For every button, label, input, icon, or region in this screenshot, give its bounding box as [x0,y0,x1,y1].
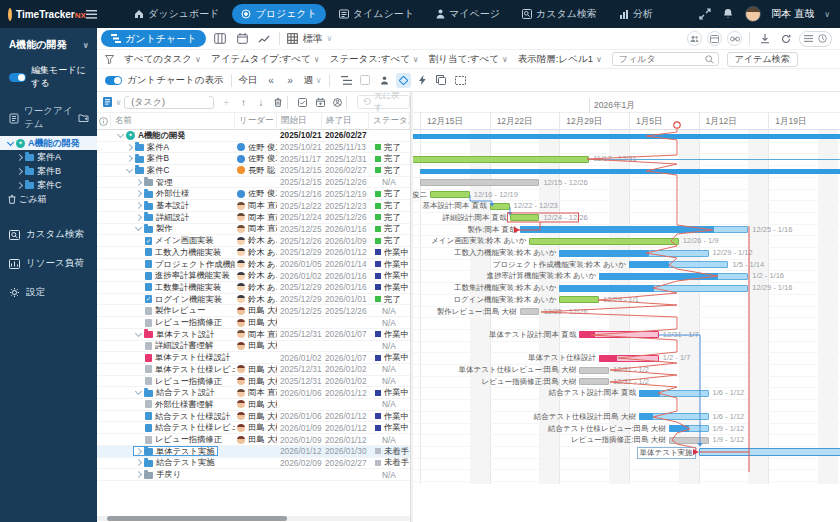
frame-icon[interactable] [453,73,468,88]
expander-icon[interactable] [126,166,133,173]
row-name-cell[interactable]: 進捗率計算機能実装 [111,270,235,281]
expander-icon[interactable] [7,138,14,145]
row-name-cell[interactable]: レビュー指摘修正 [111,434,235,445]
table-row[interactable]: 結合テスト仕様設計田島 大樹2026/01/062026/01/12作業中 [97,411,410,423]
list-history-toggle[interactable] [799,31,832,47]
edit-mode-toggle[interactable]: 編集モードにする [0,58,97,96]
row-name-cell[interactable]: 工数集計機能実装 [111,282,235,293]
gantt-bar[interactable] [520,308,540,315]
table-row[interactable]: 外部仕様書理解田島 大樹N/A [97,399,410,411]
row-name-cell[interactable]: 案件C [111,165,235,176]
table-row[interactable]: 結合テスト仕様レビュー田島 大樹2026/01/092026/01/12作業中 [97,423,410,435]
row-name-cell[interactable]: 管理 [111,177,235,188]
table-row[interactable]: ✓メイン画面実装鈴木 あ…2025/12/262026/01/09完了 [97,235,410,247]
table-row[interactable]: レビュー指摘修正田島 大樹2026/01/092026/01/12N/A [97,434,410,446]
item-search-button[interactable]: アイテム検索 [727,52,798,67]
refresh-icon[interactable] [778,31,794,47]
row-name-cell[interactable]: 詳細設計書理解 [111,341,235,352]
nav-item-0[interactable]: ダッシュボード [125,4,228,24]
gantt-bar[interactable] [510,214,540,221]
row-name-cell[interactable]: 案件A [111,142,235,153]
filter-dropdown-3[interactable]: 割り当て:すべて∨ [429,53,508,66]
table-row[interactable]: 管理2025/12/152025/12/26N/A [97,177,410,189]
chart-view-icon[interactable] [256,31,272,47]
time-unit-select[interactable]: 週 ∨ [304,74,322,87]
expander-icon[interactable] [135,471,142,478]
table-row[interactable]: 単体テスト実施2026/01/122026/01/30未着手 [97,446,410,458]
sidebar-item-A機能の開発[interactable]: ✦A機能の開発 [0,136,97,150]
row-name-cell[interactable]: 基本設計 [111,200,235,211]
row-name-cell[interactable]: 詳細設計 [111,212,235,223]
complete-check-icon[interactable] [297,96,308,109]
new-task-input[interactable] [129,96,209,108]
table-row[interactable]: 結合テスト設計岡本 直哉2026/01/062026/01/12作業中 [97,387,410,399]
nav-item-4[interactable]: カスタム検索 [513,4,606,24]
new-item-chevron-icon[interactable]: ∨ [115,98,121,107]
table-row[interactable]: 単体テスト仕様レビュー田島 大樹2025/12/312026/01/02N/A [97,364,410,376]
row-name-cell[interactable]: 外部仕様書理解 [111,399,235,410]
expander-icon[interactable] [135,459,142,466]
filter-dropdown-4[interactable]: 表示階層:レベル1∨ [518,53,602,66]
calendar-view-icon[interactable] [234,31,250,47]
expander-icon[interactable] [117,131,124,138]
gantt-bar[interactable] [490,203,510,210]
gantt-bar[interactable] [559,296,599,303]
row-name-cell[interactable]: 外部仕様 [111,189,235,200]
expander-icon[interactable] [135,224,142,231]
schedule-icon[interactable] [314,96,325,109]
column-header-リーダー[interactable]: リーダー [235,113,277,129]
gantt-bar[interactable] [529,238,678,245]
assign-user-icon[interactable] [332,96,343,109]
card-icon[interactable] [707,31,722,46]
expander-icon[interactable] [16,153,23,160]
nav-item-3[interactable]: マイページ [427,4,509,24]
row-name-cell[interactable]: レビュー指摘修正 [111,376,235,387]
sidebar-item-案件C[interactable]: 案件C [0,178,97,192]
gantt-bar[interactable] [579,378,609,385]
row-name-cell[interactable]: 製作 [111,224,235,235]
show-gantt-toggle[interactable] [105,76,122,85]
table-row[interactable]: 製作レビュー田島 大樹2025/12/252025/12/26N/A [97,306,410,318]
nav-item-1[interactable]: プロジェクト [232,4,325,24]
filter-input[interactable] [617,53,705,65]
view-preset-select[interactable]: 標準∨ [287,32,332,46]
row-name-cell[interactable]: 結合テスト仕様レビュー [111,423,235,434]
table-row[interactable]: ✓ログイン機能実装鈴木 あ…2025/12/292026/01/01完了 [97,294,410,306]
gantt-bar[interactable] [413,156,589,163]
row-name-cell[interactable]: 結合テスト設計 [111,387,235,398]
sidebar-item-カスタム検索[interactable]: カスタム検索 [0,220,97,249]
row-name-cell[interactable]: 手戻り [111,469,235,480]
table-row[interactable]: 工数集計機能実装鈴木 あ…2025/12/292026/01/16作業中 [97,282,410,294]
user-menu-chevron-icon[interactable]: ∨ [824,10,830,19]
sidebar-item-案件B[interactable]: 案件B [0,164,97,178]
row-name-cell[interactable]: 結合テスト仕様設計 [111,411,235,422]
row-name-cell[interactable]: 単体テスト設計 [111,329,235,340]
expander-icon[interactable] [126,143,133,150]
row-name-cell[interactable]: レビュー指摘修正 [111,317,235,328]
row-name-cell[interactable]: 案件B [111,153,235,164]
bell-icon[interactable] [722,8,735,21]
column-header-開始日[interactable]: 開始日 [277,113,322,129]
row-name-cell[interactable]: ✦A機能の開発 [111,130,235,141]
milestone-icon[interactable] [396,73,411,88]
filter-dropdown-1[interactable]: アイテムタイプ:すべて∨ [211,53,320,66]
table-row[interactable]: レビュー指摘修正田島 大樹2025/12/312026/01/02N/A [97,376,410,388]
user-avatar[interactable] [745,6,761,22]
column-header-終了日[interactable]: 終了日 [322,113,369,129]
h-scrollbar[interactable] [107,516,287,521]
table-row[interactable]: 結合テスト実施2026/02/092026/02/27未着手 [97,458,410,470]
expander-icon[interactable] [135,179,142,186]
delete-icon[interactable] [273,96,284,109]
copy-icon[interactable] [434,73,449,88]
assignee-icon[interactable] [377,73,392,88]
expander-icon[interactable] [16,181,23,188]
expander-icon[interactable] [135,202,142,209]
board-view-icon[interactable] [212,31,228,47]
table-row[interactable]: 製作岡本 直哉2025/12/252026/01/16完了 [97,224,410,236]
sidebar-item-設定[interactable]: 設定 [0,278,97,307]
today-button[interactable]: 今日 [239,74,258,87]
sidebar-item-ごみ箱[interactable]: ごみ箱 [0,192,97,206]
filter-dropdown-0[interactable]: すべてのタスク∨ [124,53,201,66]
prev-icon[interactable]: « [264,73,279,88]
gantt-bar[interactable] [699,448,840,456]
